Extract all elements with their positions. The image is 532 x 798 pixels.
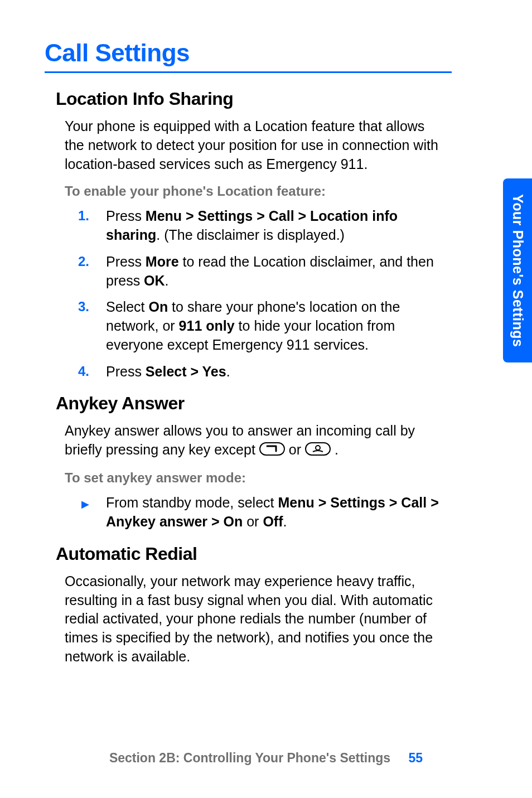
page-number: 55 [409,751,423,765]
bullet-text: or [243,514,263,529]
step-number: 1. [78,207,89,225]
location-instruction-label: To enable your phone's Location feature: [65,183,441,199]
page-footer: Section 2B: Controlling Your Phone's Set… [0,751,532,766]
step-number: 3. [78,298,89,316]
side-tab: Your Phone's Settings [503,178,532,362]
anykey-instruction-label: To set anykey answer mode: [65,470,441,486]
step-bold: Select > Yes [146,364,226,379]
location-steps: 1. Press Menu > Settings > Call > Locati… [78,207,441,381]
svg-point-2 [316,446,320,450]
step-bold: On [148,299,168,315]
step-text: . [165,273,169,288]
anykey-intro-post: . [335,442,338,457]
anykey-intro-mid: or [289,442,305,457]
bullet-bold: Off [263,514,283,529]
step-text: . (The disclaimer is displayed.) [156,227,345,243]
subheading-location: Location Info Sharing [56,89,441,109]
page-content: Call Settings Location Info Sharing Your… [0,0,485,710]
anykey-intro-pre: Anykey answer allows you to answer an in… [65,423,415,457]
step-text: Press [106,208,146,224]
anykey-bullet: ▶ From standby mode, select Menu > Setti… [78,494,441,531]
subheading-anykey: Anykey Answer [56,393,441,414]
right-softkey-icon [259,442,285,461]
step-number: 2. [78,253,89,270]
footer-section: Section 2B: Controlling Your Phone's Set… [109,751,390,765]
bullet-text: . [283,514,287,529]
anykey-intro: Anykey answer allows you to answer an in… [65,422,441,460]
step-bold: More [146,254,179,269]
step-2: 2. Press More to read the Location discl… [78,253,441,291]
end-key-icon [305,442,331,461]
location-intro: Your phone is equipped with a Location f… [65,117,441,173]
step-3: 3. Select On to share your phone's locat… [78,298,441,354]
step-text: Select [106,299,148,315]
step-number: 4. [78,362,89,380]
side-tab-label: Your Phone's Settings [510,194,526,347]
step-text: Press [106,364,146,379]
heading-underline [45,71,452,73]
step-bold: 911 only [179,318,235,333]
step-4: 4. Press Select > Yes. [78,362,441,381]
redial-intro: Occasionally, your network may experienc… [65,572,441,666]
bullet-text: From standby mode, select [106,495,278,510]
main-heading: Call Settings [45,39,441,67]
svg-rect-1 [306,443,330,455]
step-text: . [226,364,230,379]
step-bold: OK [144,273,165,288]
step-text: Press [106,254,146,269]
svg-rect-0 [260,443,284,455]
triangle-bullet-icon: ▶ [81,497,89,511]
step-1: 1. Press Menu > Settings > Call > Locati… [78,207,441,245]
subheading-redial: Automatic Redial [56,544,441,564]
